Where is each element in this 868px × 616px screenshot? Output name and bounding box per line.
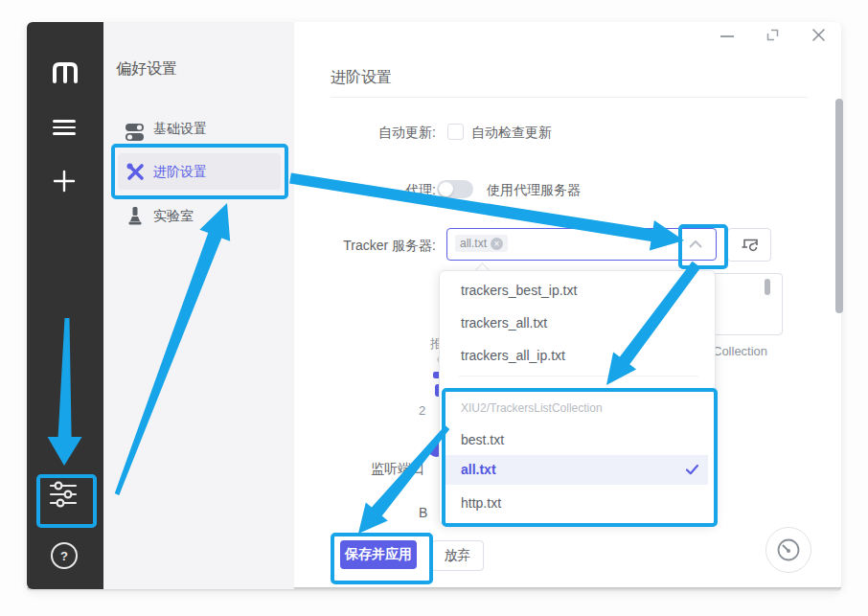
save-apply-button[interactable]: 保存并应用 [340,540,417,569]
description-fragment-1: 推 [430,335,439,353]
help-glyph: ? [60,549,68,563]
restore-icon[interactable] [766,29,779,41]
dropdown-group-title: XIU2/TrackersListCollection [461,401,603,415]
dropdown-option[interactable]: trackers_all_ip.txt [461,348,565,363]
preferences-nav-panel [103,22,294,589]
tag-remove-icon[interactable]: × [491,238,503,250]
tag-label: all.txt [460,237,487,250]
task-list-icon[interactable] [53,120,76,135]
preferences-sliders-icon[interactable] [49,481,78,508]
hidden-text-fragment-num: 2 [419,403,438,418]
listen-port-label: 监听端口 [331,461,424,478]
tracker-server-label: Tracker 服务器: [302,238,436,255]
engine-status-button[interactable] [765,527,811,573]
app-screenshot: ? 偏好设置 基础设置 进阶设置 实验室 [0,0,868,616]
textarea-scrollbar[interactable] [765,279,770,295]
description-fragment-2: 《 [430,352,439,369]
dropdown-option[interactable]: best.txt [461,432,504,447]
tracker-dropdown: trackers_best_ip.txt trackers_all.txt tr… [439,270,716,525]
auto-update-label: 自动更新: [331,125,436,142]
nav-item-advanced-settings[interactable]: 进阶设置 [118,153,281,190]
tracker-description-fragment: Collection [713,344,770,358]
title-divider [331,97,808,98]
page-title: 进阶设置 [331,68,392,88]
help-icon[interactable]: ? [51,542,78,569]
nav-item-lab[interactable]: 实验室 [118,203,281,232]
nav-item-label: 进阶设置 [153,164,207,181]
nav-item-basic-settings[interactable]: 基础设置 [118,117,281,148]
motrix-logo-icon [51,60,80,83]
add-task-icon[interactable] [53,170,76,193]
discard-button[interactable]: 放弃 [431,540,484,571]
nav-item-label: 基础设置 [153,121,207,138]
nav-item-label: 实验室 [153,208,194,225]
auto-update-checkbox[interactable] [447,124,464,140]
chevron-up-icon[interactable] [689,240,702,248]
dropdown-option[interactable]: trackers_all.txt [461,315,547,331]
dropdown-option[interactable]: http.txt [461,495,501,511]
auto-update-checkbox-label: 自动检查更新 [471,125,552,142]
proxy-toggle-label: 使用代理服务器 [487,182,581,199]
main-scrollbar[interactable] [835,99,843,313]
speed-gauge-icon [776,537,801,562]
tracker-selected-tag: all.txt × [455,235,508,252]
check-icon [686,465,698,475]
dropdown-option-selected-row[interactable]: all.txt [445,455,708,485]
close-icon[interactable] [811,28,826,42]
proxy-toggle[interactable] [437,180,473,198]
lab-icon [127,207,143,226]
dropdown-divider [459,376,698,376]
tools-icon [126,163,146,182]
dropdown-option-selected: all.txt [461,462,496,477]
sync-trackers-button[interactable] [727,228,771,262]
minimize-icon[interactable] [720,35,734,37]
hidden-text-fragment-letter: B [419,505,436,520]
nav-panel-title: 偏好设置 [116,59,177,80]
monitor-refresh-icon [741,238,759,253]
dropdown-option[interactable]: trackers_best_ip.txt [461,283,577,298]
toggles-icon [126,124,145,141]
tracker-select-input[interactable]: all.txt × [446,228,717,261]
proxy-label: 代理: [331,182,436,199]
